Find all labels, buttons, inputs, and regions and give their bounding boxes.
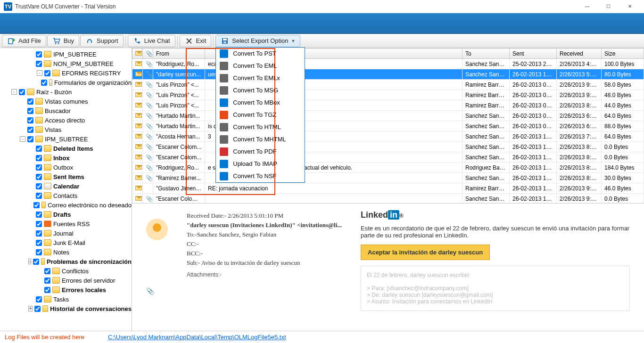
tree-checkbox[interactable] (36, 174, 42, 180)
tree-checkbox[interactable] (36, 51, 42, 57)
tree-node[interactable]: +Historial de conversaciones (3, 304, 132, 313)
column-header[interactable] (132, 49, 143, 59)
export-option[interactable]: Convert To MHTML (216, 133, 305, 146)
tree-checkbox[interactable] (44, 278, 50, 284)
tree-node[interactable]: IPM_SUBTREE (3, 49, 132, 59)
tree-checkbox[interactable] (36, 230, 42, 237)
tree-node[interactable]: Sent Items (3, 172, 132, 181)
maximize-button[interactable]: ☐ (598, 0, 619, 13)
tree-node[interactable]: Buscador (3, 106, 132, 115)
tree-node[interactable]: Tasks (3, 294, 132, 304)
tree-node[interactable]: -IPM_SUBTREE (3, 134, 132, 144)
tree-checkbox[interactable] (36, 296, 42, 302)
table-row[interactable]: 📎"Hurtado Martin...Sanchez Sanche...26-0… (132, 111, 644, 121)
column-header[interactable]: Received (557, 49, 602, 59)
accept-invitation-button[interactable]: Aceptar la invitación de darley suescun (361, 245, 490, 260)
tree-toggle[interactable]: - (20, 136, 25, 142)
tree-node[interactable]: -EFORMS REGISTRY (3, 68, 132, 78)
tree-node[interactable]: Journal (3, 229, 132, 238)
table-row[interactable]: 📎"Rodriguez, Ro...e seguro de responsabi… (132, 163, 644, 173)
tree-checkbox[interactable] (27, 98, 33, 105)
tree-checkbox[interactable] (44, 268, 50, 274)
select-export-option-button[interactable]: Select Export Option ▼ (215, 35, 300, 47)
tree-checkbox[interactable] (27, 108, 33, 114)
tree-node[interactable]: Fuentes RSS (3, 219, 132, 229)
tree-node[interactable]: Acceso directo (3, 115, 132, 125)
tree-checkbox[interactable] (36, 240, 42, 246)
tree-checkbox[interactable] (36, 155, 42, 161)
table-row[interactable]: 📎"Luis Pinzon" <...Ramirez Barrera, ...2… (132, 90, 644, 100)
table-row[interactable]: 📎"Escaner Colom...Sanchez Sanche...26-02… (132, 142, 644, 152)
export-option[interactable]: Convert To PST (216, 48, 305, 60)
tree-checkbox[interactable] (36, 146, 42, 152)
tree-checkbox[interactable] (44, 287, 50, 293)
tree-node[interactable]: -Problemas de sincronización (3, 257, 132, 266)
column-header[interactable]: From (153, 49, 205, 59)
tree-node[interactable]: Conflictos (3, 266, 132, 276)
tree-node[interactable]: Outbox (3, 163, 132, 172)
table-row[interactable]: 📎"Luis Pinzon" <...Ramirez Barrera, ...2… (132, 100, 644, 111)
live-chat-button[interactable]: Live Chat (128, 35, 175, 47)
tree-checkbox[interactable] (36, 249, 42, 255)
tree-node[interactable]: Errores del servidor (3, 276, 132, 285)
tree-toggle[interactable]: + (28, 306, 33, 311)
export-option[interactable]: Convert To EML (216, 60, 305, 72)
column-header[interactable]: To (462, 49, 510, 59)
tree-node[interactable]: Deleted Items (3, 144, 132, 153)
close-button[interactable]: ✕ (619, 0, 640, 13)
tree-node[interactable]: Errores locales (3, 285, 132, 294)
tree-checkbox[interactable] (36, 212, 42, 218)
tree-checkbox[interactable] (19, 89, 25, 95)
tree-node[interactable]: Junk E-Mail (3, 238, 132, 247)
export-option[interactable]: Convert To TGZ (216, 109, 305, 121)
tree-toggle[interactable]: - (37, 70, 42, 76)
buy-button[interactable]: Buy (47, 35, 79, 47)
export-option[interactable]: Convert To NSF (216, 170, 305, 182)
tree-node[interactable]: NON_IPM_SUBTREE (3, 59, 132, 68)
export-option[interactable]: Convert To MBox (216, 97, 305, 109)
export-option[interactable]: Convert To PDF (216, 146, 305, 158)
export-option[interactable]: Convert To MSG (216, 84, 305, 97)
support-button[interactable]: Support (80, 35, 124, 47)
column-header[interactable]: Size (602, 49, 644, 59)
column-header[interactable]: Sent (510, 49, 557, 59)
tree-node[interactable]: Inbox (3, 153, 132, 163)
table-row[interactable]: 📎"Acosta Hernan...3Sanchez Sanche...26-0… (132, 131, 644, 142)
tree-node[interactable]: Vistas comunes (3, 97, 132, 106)
table-row[interactable]: 📎"Ramirez Barrer...Sanchez Sanche...26-0… (132, 173, 644, 183)
export-option[interactable]: Upload To IMAP (216, 158, 305, 170)
tree-node[interactable]: Drafts (3, 210, 132, 219)
table-row[interactable]: 📎"darley suescun...uescunSanchez Sanche.… (132, 69, 644, 80)
table-row[interactable]: "Gustavo Jimene...RE: jornada vacunacion… (132, 183, 644, 194)
tree-node[interactable]: Calendar (3, 181, 132, 191)
folder-tree[interactable]: IPM_SUBTREENON_IPM_SUBTREE-EFORMS REGIST… (0, 48, 132, 331)
tree-checkbox[interactable] (36, 193, 42, 199)
tree-node[interactable]: Contacts (3, 191, 132, 200)
tree-checkbox[interactable] (36, 164, 42, 171)
table-row[interactable]: 📎"Escaner Colomb...Sanchez Sanche...26-0… (132, 194, 644, 204)
export-option[interactable]: Convert To HTML (216, 121, 305, 133)
tree-checkbox[interactable] (36, 183, 42, 189)
tree-checkbox[interactable] (41, 80, 47, 86)
tree-checkbox[interactable] (27, 117, 33, 123)
column-header[interactable]: 📎 (143, 49, 153, 59)
log-file-path[interactable]: C:\Users\Lyod Marknam\AppData\Local\Temp… (108, 334, 286, 341)
tree-node[interactable]: -Raíz - Buzón (3, 87, 132, 97)
tree-node[interactable]: Notes (3, 247, 132, 257)
tree-checkbox[interactable] (34, 306, 41, 312)
table-row[interactable]: 📎"Hurtado Martin...is de tetanoSanchez S… (132, 121, 644, 131)
tree-toggle[interactable]: - (28, 259, 31, 264)
table-row[interactable]: 📎"Luis Pinzon" <...Ramirez Barrera, ...2… (132, 80, 644, 90)
tree-checkbox[interactable] (33, 259, 39, 265)
minimize-button[interactable]: — (577, 0, 598, 13)
email-grid-wrap[interactable]: 📎FromToSentReceivedSize 📎"Rodriguez, Ro.… (132, 48, 644, 204)
tree-node[interactable]: Correo electrónico no deseado (3, 200, 132, 210)
exit-button[interactable]: Exit (180, 35, 212, 47)
tree-checkbox[interactable] (27, 127, 33, 133)
export-option[interactable]: Convert To EMLx (216, 72, 305, 84)
tree-node[interactable]: Formularios de organización (3, 78, 132, 87)
tree-toggle[interactable]: - (11, 89, 17, 95)
add-file-button[interactable]: Add File (2, 35, 46, 47)
tree-checkbox[interactable] (27, 136, 33, 142)
tree-checkbox[interactable] (44, 70, 50, 76)
